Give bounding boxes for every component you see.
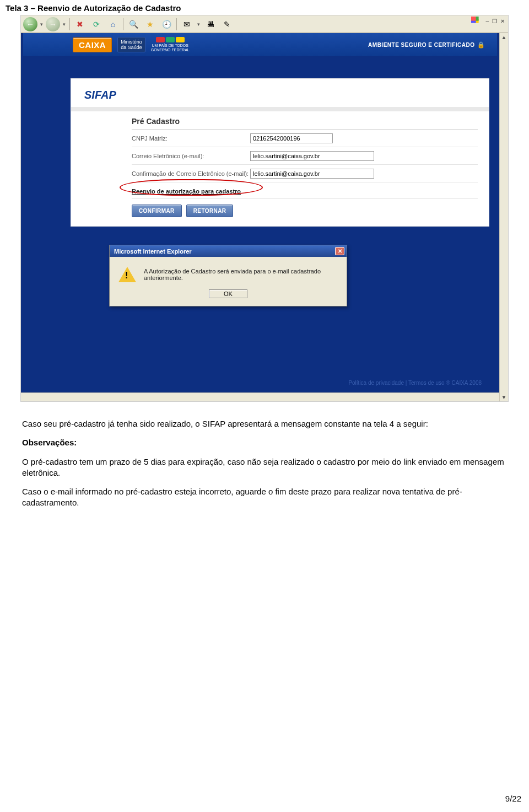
- back-button[interactable]: ←: [23, 17, 37, 31]
- forward-icon: →: [49, 20, 57, 29]
- warning-icon: [118, 267, 136, 282]
- edit-icon: ✎: [224, 20, 230, 29]
- paragraph-obs2: Caso o e-mail informado no pré-cadastro …: [22, 486, 507, 509]
- return-button[interactable]: RETORNAR: [186, 205, 234, 217]
- form-card: SIFAP Pré Cadastro CNPJ Matriz: Correio …: [71, 78, 489, 227]
- page-number: 9/22: [505, 794, 521, 803]
- mail-dropdown[interactable]: ▾: [196, 21, 202, 27]
- cnpj-input[interactable]: [250, 133, 333, 143]
- history-button[interactable]: 🕘: [159, 17, 174, 31]
- separator: [69, 18, 70, 30]
- print-icon: 🖶: [207, 20, 214, 29]
- browser-viewport: CAIXA Ministério da Saúde UM PAÍS DE TOD…: [21, 33, 508, 401]
- search-button[interactable]: 🔍: [126, 17, 141, 31]
- pais-line1: UM PAÍS DE TODOS: [152, 44, 188, 48]
- ie-alert-dialog: Microsoft Internet Explorer ✕ A Autoriza…: [109, 245, 347, 306]
- favorites-icon: ★: [147, 20, 154, 29]
- forward-button[interactable]: →: [46, 17, 60, 31]
- horizontal-scrollbar[interactable]: [21, 392, 499, 401]
- refresh-icon: ⟳: [93, 20, 100, 29]
- scroll-down-icon[interactable]: ▼: [501, 393, 507, 401]
- dialog-ok-button[interactable]: OK: [209, 289, 247, 298]
- restore-button[interactable]: ❐: [491, 18, 498, 24]
- forward-dropdown[interactable]: ▾: [61, 21, 67, 27]
- history-icon: 🕘: [162, 20, 171, 29]
- lock-icon: 🔒: [477, 41, 485, 49]
- cnpj-label: CNPJ Matriz:: [132, 135, 250, 142]
- caixa-logo: CAIXA: [73, 37, 112, 52]
- back-icon: ←: [26, 20, 34, 29]
- secure-text: AMBIENTE SEGURO E CERTIFICADO: [368, 42, 474, 48]
- stop-icon: ✖: [77, 20, 83, 29]
- close-window-button[interactable]: ✕: [499, 18, 506, 24]
- ministerio-badge: Ministério da Saúde: [117, 37, 145, 52]
- mail-button[interactable]: ✉: [179, 17, 195, 31]
- email-input[interactable]: [250, 151, 374, 161]
- separator: [176, 18, 177, 30]
- browser-toolbar: ← ▾ → ▾ ✖ ⟳ ⌂ 🔍 ★ 🕘 ✉ ▾ 🖶 ✎: [21, 15, 508, 33]
- field-row-email: Correio Eletrônico (e-mail):: [132, 147, 478, 165]
- vertical-scrollbar[interactable]: ▲ ▼: [499, 33, 508, 401]
- windows-logo-icon: [471, 17, 481, 25]
- mail-icon: ✉: [183, 20, 190, 29]
- email-label: Correio Eletrônico (e-mail):: [132, 153, 250, 159]
- section-title: Pré Cadastro: [132, 111, 478, 130]
- email-confirm-label: Confirmação de Correio Eletrônico (e-mai…: [132, 170, 250, 177]
- field-row-cnpj: CNPJ Matriz:: [132, 130, 478, 147]
- footer-links: Política de privacidade | Termos de uso …: [348, 380, 482, 386]
- back-dropdown[interactable]: ▾: [39, 21, 45, 27]
- separator: ®: [446, 380, 451, 386]
- paragraph-obs1: O pré-cadastro tem um prazo de 5 dias pa…: [22, 456, 507, 479]
- copyright-text: CAIXA 2008: [452, 380, 482, 386]
- app-title: SIFAP: [71, 83, 489, 111]
- minimize-button[interactable]: –: [484, 18, 490, 24]
- document-body: Caso seu pré-cadastro já tenha sido real…: [22, 418, 507, 509]
- button-row: CONFIRMAR RETORNAR: [132, 199, 489, 226]
- terms-link[interactable]: Termos de uso: [408, 380, 445, 386]
- dialog-titlebar: Microsoft Internet Explorer ✕: [110, 245, 347, 257]
- resend-row: Reenvio de autorização para cadastro: [132, 182, 478, 199]
- ministerio-line1: Ministério: [121, 39, 142, 45]
- search-icon: 🔍: [129, 20, 138, 29]
- document-title: Tela 3 – Reenvio de Autorização de Cadas…: [6, 3, 525, 13]
- window-controls: – ❐ ✕: [471, 17, 506, 25]
- scroll-up-icon[interactable]: ▲: [501, 33, 507, 41]
- home-button[interactable]: ⌂: [105, 17, 121, 31]
- confirm-button[interactable]: CONFIRMAR: [132, 205, 182, 217]
- dialog-title: Microsoft Internet Explorer: [114, 248, 192, 255]
- print-button[interactable]: 🖶: [203, 17, 218, 31]
- dialog-close-button[interactable]: ✕: [335, 247, 344, 255]
- screenshot-region: – ❐ ✕ ← ▾ → ▾ ✖ ⟳ ⌂ 🔍 ★ 🕘 ✉ ▾ 🖶 ✎ CAIXA …: [20, 15, 509, 402]
- observations-label: Observações:: [22, 437, 507, 448]
- brand-header: CAIXA Ministério da Saúde UM PAÍS DE TOD…: [23, 33, 497, 56]
- paragraph-intro: Caso seu pré-cadastro já tenha sido real…: [22, 418, 507, 429]
- field-row-email-confirm: Confirmação de Correio Eletrônico (e-mai…: [132, 165, 478, 182]
- brasil-badge: UM PAÍS DE TODOS GOVERNO FEDERAL: [151, 37, 190, 52]
- dialog-message: A Autorização de Cadastro será enviada p…: [144, 268, 338, 281]
- stop-button[interactable]: ✖: [72, 17, 88, 31]
- home-icon: ⌂: [111, 20, 115, 29]
- favorites-button[interactable]: ★: [142, 17, 158, 31]
- privacy-link[interactable]: Política de privacidade: [348, 380, 404, 386]
- ministerio-line2: da Saúde: [121, 45, 142, 50]
- pais-line2: GOVERNO FEDERAL: [151, 48, 190, 52]
- resend-authorization-link[interactable]: Reenvio de autorização para cadastro: [132, 188, 241, 195]
- secure-badge: AMBIENTE SEGURO E CERTIFICADO 🔒: [368, 41, 485, 49]
- refresh-button[interactable]: ⟳: [89, 17, 104, 31]
- email-confirm-input[interactable]: [250, 169, 374, 179]
- edit-button[interactable]: ✎: [219, 17, 235, 31]
- separator: [123, 18, 123, 30]
